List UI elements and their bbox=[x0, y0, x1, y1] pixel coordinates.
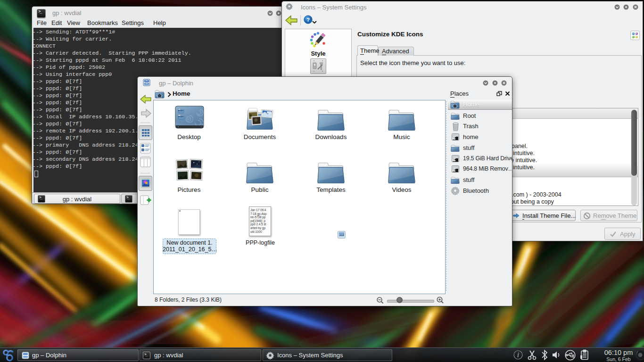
svg-text:i: i bbox=[517, 352, 519, 359]
svg-text:?: ? bbox=[306, 16, 310, 23]
